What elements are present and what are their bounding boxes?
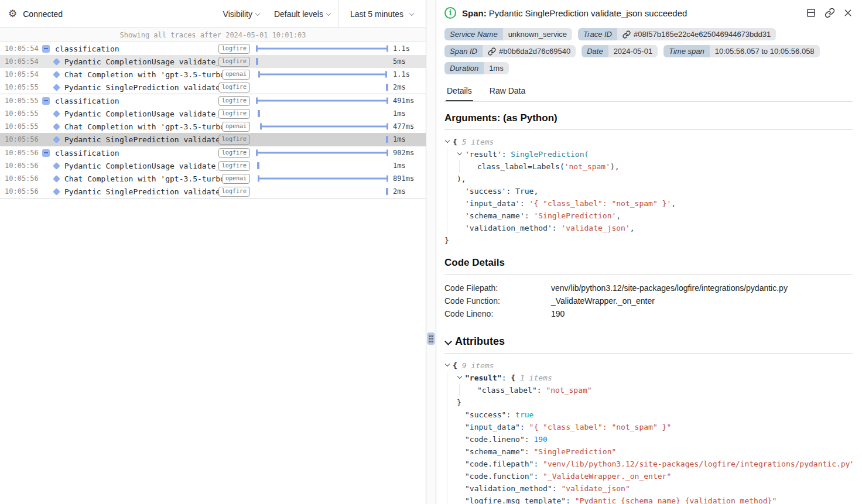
indent-guide — [447, 210, 447, 222]
span-diamond-icon — [53, 123, 60, 131]
gear-icon[interactable]: ⚙ — [8, 9, 17, 19]
code-token: "success" — [465, 410, 506, 419]
code-detail-value: _ValidateWrapper._on_enter — [551, 294, 655, 307]
duration-bar-track — [256, 185, 388, 198]
trace-panel: ⚙ Connected Visibility Default levels La… — [0, 0, 426, 504]
code-token: "Pydantic {schema_name} {validation_meth… — [575, 496, 777, 504]
attributes-heading[interactable]: Attributes — [444, 335, 853, 354]
meta-pill: Trace ID#08f57b165e22c4e625046944673bdd3… — [578, 28, 776, 40]
collapse-chevron-icon[interactable] — [457, 151, 465, 157]
attributes-heading-label: Attributes — [455, 335, 505, 348]
duration-tick — [386, 188, 388, 195]
detail-scroll-area[interactable]: Arguments: (as Python) { 5 items'result'… — [444, 102, 853, 504]
duration-bar — [258, 71, 387, 78]
time-range-value: Last 5 minutes — [350, 9, 403, 19]
meta-pill-value[interactable]: #b0b6da2d76c69540 — [483, 45, 576, 57]
span-diamond-icon — [53, 175, 60, 183]
collapse-chevron-icon[interactable] — [444, 362, 453, 368]
meta-pill: Duration1ms — [444, 62, 509, 74]
duration-bar-track — [256, 81, 388, 94]
trace-row[interactable]: 10:05:54classificationlogfire1.1s — [0, 42, 426, 55]
close-icon[interactable] — [843, 8, 853, 18]
attributes-line: "logfire.msg_template": "Pydantic {schem… — [444, 495, 853, 504]
collapse-minus-icon[interactable] — [42, 97, 50, 105]
tab-raw-data[interactable]: Raw Data — [488, 84, 526, 101]
code-token: "SinglePrediction" — [533, 447, 616, 456]
code-token: "not_spam" — [546, 386, 591, 395]
code-token: "validate_json" — [561, 484, 630, 493]
meta-pill-label: Service Name — [444, 28, 503, 40]
trace-row-timestamp: 10:05:56 — [5, 187, 39, 196]
code-token: 5 items — [457, 138, 494, 146]
trace-group: 10:05:54classificationlogfire1.1s10:05:5… — [0, 42, 426, 94]
scope-badge: openai — [222, 122, 250, 132]
code-detail-value: 190 — [551, 307, 565, 320]
meta-pill-value[interactable]: #08f57b165e22c4e625046944673bdd31 — [617, 28, 776, 40]
code-token: : — [525, 447, 534, 456]
tab-details[interactable]: Details — [446, 84, 473, 101]
attributes-line: "success": true — [444, 409, 853, 421]
trace-row-name: Pydantic SinglePrediction validate_json — [64, 187, 218, 196]
trace-row[interactable]: 10:05:55Pydantic CompletionUsage validat… — [0, 107, 426, 120]
duration-label: 1.1s — [393, 70, 421, 78]
trace-row[interactable]: 10:05:56Pydantic CompletionUsage validat… — [0, 159, 426, 172]
copy-link-icon[interactable] — [825, 8, 835, 18]
duration-bar — [258, 176, 388, 182]
scope-badge: logfire — [218, 57, 250, 67]
collapse-chevron-icon[interactable] — [444, 139, 453, 145]
indent-guide — [447, 185, 447, 197]
trace-row[interactable]: 10:05:55classificationlogfire491ms — [0, 94, 426, 107]
panel-resize-divider[interactable] — [426, 0, 436, 504]
code-token: true — [515, 410, 533, 419]
trace-row[interactable]: 10:05:54Pydantic CompletionUsage validat… — [0, 55, 426, 68]
duration-tick — [386, 136, 388, 143]
trace-row-name: classification — [55, 97, 218, 105]
scope-badge: logfire — [218, 161, 250, 171]
trace-row[interactable]: 10:05:56Pydantic SinglePrediction valida… — [0, 133, 426, 146]
trace-row-timestamp: 10:05:54 — [5, 70, 39, 78]
attributes-line: "code.filepath": "venv/lib/python3.12/si… — [444, 458, 853, 470]
collapse-minus-icon[interactable] — [42, 45, 50, 53]
indent-guide — [447, 396, 447, 409]
trace-row[interactable]: 10:05:56Chat Completion with 'gpt-3.5-tu… — [0, 172, 426, 185]
duration-label: 2ms — [393, 83, 421, 91]
code-token: 'not_spam' — [565, 162, 610, 171]
trace-row[interactable]: 10:05:55Chat Completion with 'gpt-3.5-tu… — [0, 120, 426, 133]
code-token: "code.function" — [465, 472, 533, 481]
duration-label: 902ms — [393, 149, 421, 157]
span-diamond-icon — [53, 136, 60, 143]
resize-handle-icon[interactable] — [427, 332, 435, 345]
code-detail-row: Code Lineno:190 — [444, 307, 853, 320]
collapse-minus-icon[interactable] — [42, 149, 50, 157]
trace-row[interactable]: 10:05:54Chat Completion with 'gpt-3.5-tu… — [0, 68, 426, 81]
panel-layout-icon[interactable] — [806, 8, 816, 18]
meta-pill-value-text: 10:05:56.057 to 10:05:56.058 — [715, 47, 815, 56]
attributes-line: "input_data": "{ "class_label": "not_spa… — [444, 421, 853, 433]
trace-row[interactable]: 10:05:56classificationlogfire902ms — [0, 146, 426, 159]
collapse-chevron-icon[interactable] — [457, 375, 465, 380]
arguments-heading: Arguments: (as Python) — [444, 112, 853, 130]
span-diamond-icon — [53, 188, 60, 196]
code-token: : — [552, 224, 562, 232]
default-levels-dropdown[interactable]: Default levels — [267, 0, 338, 28]
span-kind-label: Span: — [462, 8, 487, 18]
code-token: , — [630, 224, 635, 232]
duration-label: 477ms — [393, 122, 421, 131]
trace-row[interactable]: 10:05:56Pydantic SinglePrediction valida… — [0, 185, 426, 198]
code-token: : — [506, 410, 515, 419]
attributes-line: } — [444, 396, 853, 409]
trace-row-timestamp: 10:05:55 — [5, 83, 39, 91]
visibility-dropdown[interactable]: Visibility — [216, 0, 267, 28]
code-token: '{ "class_label": "not_spam" }' — [529, 199, 672, 208]
attributes-line: "schema_name": "SinglePrediction" — [444, 445, 853, 458]
trace-row-timestamp: 10:05:56 — [5, 135, 39, 143]
duration-label: 1ms — [393, 162, 421, 170]
trace-row-name: Chat Completion with 'gpt-3.5-turbo-0613… — [64, 122, 222, 131]
duration-bar-track — [256, 107, 388, 120]
meta-pill: Date2024-05-01 — [581, 45, 658, 57]
time-range-select[interactable]: Last 5 minutes — [338, 0, 426, 28]
duration-label: 1ms — [393, 109, 421, 118]
trace-row[interactable]: 10:05:55Pydantic SinglePrediction valida… — [0, 81, 426, 94]
scope-badge: logfire — [218, 148, 250, 158]
code-details-heading: Code Details — [444, 257, 853, 275]
